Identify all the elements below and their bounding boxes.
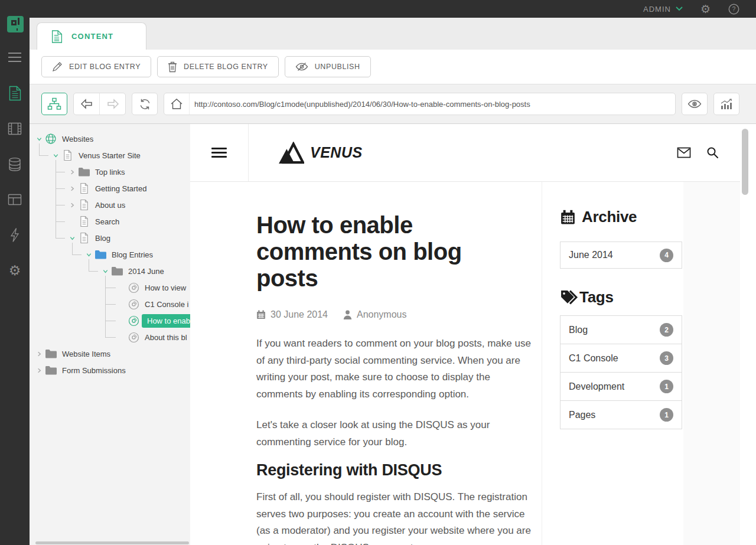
tree-item-website-items[interactable]: Website Items	[30, 345, 190, 362]
nav-functions-button[interactable]	[7, 227, 22, 243]
nav-media-button[interactable]	[7, 121, 22, 136]
back-button[interactable]	[74, 93, 100, 115]
refresh-icon	[139, 98, 151, 110]
browser-toolbar: http://contoso.com/Blog/c1mode(unpublish…	[30, 84, 756, 124]
tree-item-blog-entries[interactable]: Blog Entries	[30, 246, 190, 263]
chevron-right-icon	[69, 169, 76, 175]
page-icon	[79, 199, 89, 211]
article-meta: 30 June 2014 Anonymous	[256, 309, 524, 320]
tree-item-label: Getting Started	[92, 182, 149, 195]
blog-sidebar: Archive June 2014 4 Tags	[560, 182, 682, 429]
preview-scrollbar-track[interactable]	[740, 124, 756, 545]
home-icon	[170, 98, 183, 110]
search-icon	[706, 146, 719, 159]
article-author-text: Anonymous	[357, 309, 407, 320]
chevron-down-icon	[102, 268, 109, 275]
archive-item-june-2014[interactable]: June 2014 4	[560, 242, 682, 269]
tree-item-blog[interactable]: Blog	[30, 230, 190, 246]
count-badge: 2	[660, 323, 673, 337]
article-paragraph: If you want readers to comment on your b…	[256, 335, 531, 403]
page-icon	[63, 149, 73, 161]
article-author[interactable]: Anonymous	[343, 309, 407, 320]
page-body: How to enable comments on blog posts 30 …	[190, 182, 740, 545]
site-name: VENUS	[310, 144, 363, 161]
search-button[interactable]	[706, 146, 719, 159]
tree-item-search[interactable]: Search	[30, 213, 190, 230]
delete-blog-entry-button[interactable]: DELETE BLOG ENTRY	[157, 56, 279, 77]
refresh-button[interactable]	[132, 93, 158, 115]
chevron-right-icon	[36, 351, 43, 357]
tree-item-label: How to enab	[142, 314, 190, 328]
chevron-down-icon	[69, 235, 76, 242]
preview-button[interactable]	[682, 93, 708, 115]
chevron-down-icon	[53, 152, 59, 159]
admin-label: ADMIN	[643, 5, 671, 14]
preview-scrollbar-thumb[interactable]	[742, 129, 748, 195]
url-text: http://contoso.com/Blog/c1mode(unpublish…	[190, 100, 530, 109]
admin-menu[interactable]: ADMIN	[643, 5, 683, 14]
person-icon	[343, 310, 352, 319]
menu-hamburger-icon[interactable]	[8, 53, 21, 65]
svg-text:?: ?	[732, 5, 736, 12]
analytics-button[interactable]	[713, 93, 739, 115]
nav-system-button[interactable]: ⚙	[7, 263, 22, 278]
home-button[interactable]	[164, 93, 190, 115]
tag-item-label: Development	[569, 381, 624, 392]
tree-item-label: 2014 June	[125, 265, 167, 278]
lightning-icon	[9, 227, 21, 243]
sitemap-toggle-button[interactable]	[41, 93, 67, 115]
tree-item-about-this-blog[interactable]: About this bl	[30, 329, 190, 345]
tree-item-label: Top links	[92, 166, 128, 178]
chevron-right-icon	[69, 185, 76, 192]
document-icon	[51, 30, 63, 43]
page-icon	[79, 232, 89, 244]
blog-article: How to enable comments on blog posts 30 …	[190, 182, 542, 545]
tree-item-form-submissions[interactable]: Form Submissions	[30, 362, 190, 378]
page-preview-pane: VENUS	[190, 124, 756, 545]
tag-item-c1-console[interactable]: C1 Console 3	[560, 344, 682, 373]
tree-item-venus-starter-site[interactable]: Venus Starter Site	[30, 147, 190, 164]
tree-item-getting-started[interactable]: Getting Started	[30, 180, 190, 197]
tree-item-how-to-enable-selected[interactable]: How to enab	[30, 312, 190, 329]
count-badge: 3	[660, 351, 673, 365]
unpublish-button[interactable]: UNPUBLISH	[285, 56, 371, 77]
help-icon[interactable]: ?	[728, 4, 739, 15]
tag-item-development[interactable]: Development 1	[560, 372, 682, 401]
url-field[interactable]: http://contoso.com/Blog/c1mode(unpublish…	[164, 93, 676, 115]
unpublish-label: UNPUBLISH	[315, 63, 360, 71]
tag-item-pages[interactable]: Pages 1	[560, 400, 682, 429]
topbar: ADMIN ⚙ ?	[30, 0, 756, 18]
nav-layout-button[interactable]	[7, 192, 22, 207]
globe-icon	[45, 133, 57, 145]
tag-item-blog[interactable]: Blog 2	[560, 315, 682, 344]
tree-horizontal-scrollbar[interactable]	[35, 541, 189, 544]
forward-button[interactable]	[100, 93, 125, 115]
tree-item-2014-june[interactable]: 2014 June	[30, 263, 190, 279]
tree-item-how-to-view[interactable]: How to view	[30, 279, 190, 296]
edit-blog-entry-button[interactable]: EDIT BLOG ENTRY	[41, 56, 151, 77]
film-icon	[8, 122, 22, 135]
tree-item-c1-console[interactable]: C1 Console i	[30, 296, 190, 312]
venus-logo-icon	[278, 142, 304, 164]
tab-content[interactable]: CONTENT	[37, 22, 146, 50]
folder-icon	[111, 266, 123, 276]
tree-item-websites[interactable]: Websites	[30, 130, 190, 147]
tree-item-top-links[interactable]: Top links	[30, 164, 190, 180]
page-icon	[79, 216, 89, 227]
main-area: CONTENT EDIT BLOG ENTRY DELETE BLOG ENTR…	[30, 18, 756, 545]
disc-icon	[128, 299, 139, 310]
site-menu-button[interactable]	[190, 124, 249, 181]
site-brand[interactable]: VENUS	[278, 142, 363, 164]
folder-icon	[45, 349, 57, 358]
page-icon	[79, 182, 89, 194]
settings-gear-icon[interactable]: ⚙	[700, 4, 711, 15]
tree-item-about-us[interactable]: About us	[30, 197, 190, 213]
content-tree-pane: Websites Venus Starter Site Top links	[30, 124, 190, 545]
count-badge: 1	[660, 380, 673, 393]
calendar-icon	[256, 310, 266, 319]
contact-button[interactable]	[677, 147, 691, 158]
nav-content-button[interactable]	[7, 86, 22, 101]
tree-item-label: About us	[92, 199, 128, 211]
chevron-down-icon	[676, 6, 683, 11]
nav-data-button[interactable]	[7, 156, 22, 172]
